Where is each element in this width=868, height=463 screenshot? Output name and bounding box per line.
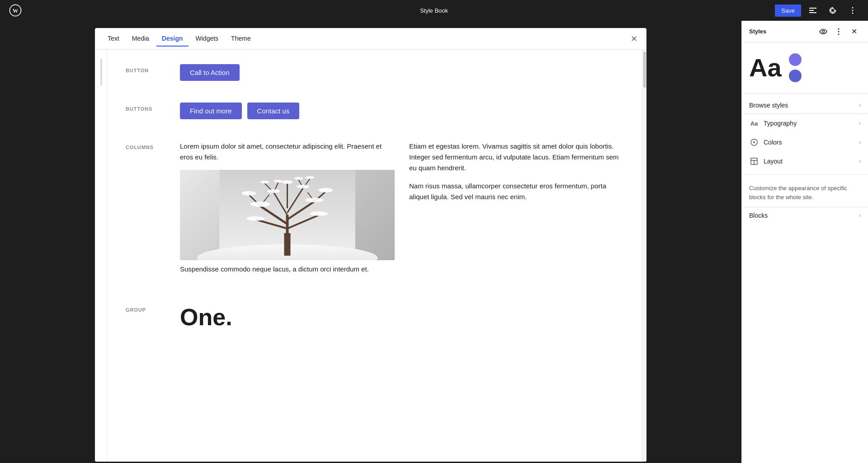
scroll-gutter (95, 50, 108, 462)
blocks-menu-item[interactable]: Blocks › (742, 207, 868, 224)
svg-text:W: W (13, 8, 18, 14)
svg-rect-13 (284, 233, 291, 256)
color-circle-2 (789, 70, 802, 82)
scroll-indicator (100, 59, 102, 86)
cta-button[interactable]: Call to Action (180, 64, 240, 81)
button-section-content: Call to Action (180, 64, 624, 81)
content-area: Text Media Design Widgets Theme ✕ BUTTON (0, 21, 741, 463)
col-caption: Suspendisse commodo neque lacus, a dictu… (180, 264, 395, 275)
color-circle-1 (789, 53, 802, 66)
panel-header-actions: ✕ (816, 25, 861, 38)
more-options-panel-button[interactable] (832, 25, 845, 38)
svg-point-40 (274, 180, 283, 182)
svg-point-39 (260, 181, 269, 183)
styles-panel-header: Styles ✕ (742, 21, 868, 42)
style-book-tabs: Text Media Design Widgets Theme ✕ (95, 28, 646, 50)
scroll-thumb (643, 51, 646, 88)
typography-label: Typography (764, 120, 854, 127)
col2-para1: Etiam et egestas lorem. Vivamus sagittis… (409, 141, 624, 173)
eye-button[interactable] (816, 25, 830, 38)
style-preview: Aa (742, 42, 868, 94)
columns-section-label: COLUMNS (126, 141, 180, 150)
svg-point-36 (282, 180, 293, 184)
color-circles (789, 53, 802, 82)
tab-design[interactable]: Design (156, 31, 189, 47)
colors-menu-item[interactable]: Colors › (742, 133, 868, 152)
svg-point-43 (822, 30, 825, 33)
style-book-scrollbar[interactable] (642, 50, 646, 462)
layout-arrow: › (859, 158, 861, 164)
group-section-label: GROUP (126, 304, 180, 313)
main-area: Text Media Design Widgets Theme ✕ BUTTON (0, 21, 868, 463)
svg-point-35 (310, 211, 328, 216)
group-content: One. (180, 304, 624, 331)
col1-text: Lorem ipsum dolor sit amet, consectetur … (180, 141, 395, 163)
typography-arrow: › (859, 120, 861, 126)
svg-point-6 (831, 9, 835, 12)
columns-grid: Lorem ipsum dolor sit amet, consectetur … (180, 141, 624, 282)
tab-media[interactable]: Media (127, 31, 155, 47)
svg-point-34 (247, 216, 265, 221)
aa-preview-text: Aa (749, 55, 782, 80)
top-bar-right: Save (775, 2, 861, 19)
svg-point-42 (306, 176, 315, 179)
style-book-window: Text Media Design Widgets Theme ✕ BUTTON (95, 28, 646, 462)
blocks-label: Blocks (749, 212, 854, 219)
top-bar: W Style Book Save (0, 0, 868, 21)
style-menu: Browse styles › Aa Typography › Colors › (742, 94, 868, 463)
svg-point-7 (852, 7, 854, 9)
svg-point-33 (319, 188, 333, 192)
svg-rect-5 (809, 12, 816, 13)
svg-point-31 (306, 198, 324, 202)
button-section: BUTTON Call to Action (126, 64, 624, 81)
column-right: Etiam et egestas lorem. Vivamus sagittis… (409, 141, 624, 282)
style-book-body: BUTTON Call to Action BUTTONS Find out m… (95, 50, 646, 462)
tab-widgets[interactable]: Widgets (190, 31, 224, 47)
style-book-main[interactable]: BUTTON Call to Action BUTTONS Find out m… (108, 50, 642, 462)
save-button[interactable]: Save (775, 5, 801, 17)
contact-us-button[interactable]: Contact us (247, 103, 300, 119)
wp-logo[interactable]: W (7, 2, 24, 19)
title-text: Style Book (420, 7, 448, 14)
dark-mode-button[interactable] (825, 2, 841, 19)
panel-close-button[interactable]: ✕ (847, 25, 861, 38)
layout-icon (749, 156, 759, 166)
buttons-section-label: BUTTONS (126, 103, 180, 112)
style-divider (742, 174, 868, 175)
styles-panel: Styles ✕ Aa (741, 21, 868, 463)
columns-content: Lorem ipsum dolor sit amet, consectetur … (180, 141, 624, 282)
group-heading: One. (180, 304, 624, 331)
close-button[interactable]: ✕ (629, 33, 639, 45)
browse-styles-label: Browse styles (749, 102, 854, 109)
column-left: Lorem ipsum dolor sit amet, consectetur … (180, 141, 395, 282)
svg-point-30 (250, 201, 270, 207)
find-out-more-button[interactable]: Find out more (180, 103, 242, 119)
svg-point-46 (838, 33, 840, 35)
layout-menu-item[interactable]: Layout › (742, 152, 868, 171)
buttons-section-content: Find out more Contact us (180, 103, 624, 119)
buttons-section: BUTTONS Find out more Contact us (126, 103, 624, 119)
svg-rect-4 (809, 10, 814, 11)
typography-menu-item[interactable]: Aa Typography › (742, 114, 868, 133)
tab-theme[interactable]: Theme (226, 31, 256, 47)
more-options-button[interactable] (844, 2, 861, 19)
column-image (180, 170, 395, 260)
customize-text: Customize the appearance of specific blo… (742, 178, 868, 207)
svg-rect-3 (809, 8, 816, 9)
svg-point-45 (838, 31, 840, 32)
svg-point-32 (242, 191, 256, 196)
columns-section: COLUMNS Lorem ipsum dolor sit amet, cons… (126, 141, 624, 282)
sidebar-toggle-button[interactable] (805, 2, 821, 19)
page-title: Style Book (420, 7, 448, 14)
browse-styles-item[interactable]: Browse styles › (742, 97, 868, 114)
top-bar-left: W (7, 2, 24, 19)
tab-text[interactable]: Text (102, 31, 125, 47)
browse-styles-arrow: › (859, 102, 861, 108)
styles-panel-title: Styles (749, 28, 816, 35)
svg-point-48 (753, 141, 755, 143)
svg-point-37 (268, 189, 280, 193)
typography-icon: Aa (749, 118, 759, 128)
button-section-label: BUTTON (126, 64, 180, 73)
svg-point-41 (294, 177, 303, 180)
colors-icon (749, 137, 759, 147)
